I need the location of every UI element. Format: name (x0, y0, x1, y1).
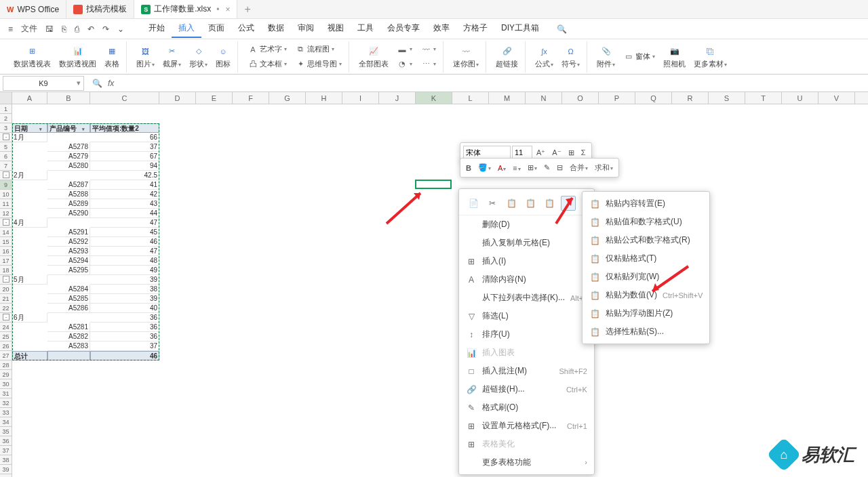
paste-submenu-item[interactable]: 📋粘贴为数值(V)Ctrl+Shift+V (583, 286, 709, 304)
row-header[interactable]: 21 (0, 294, 12, 304)
context-menu-item[interactable]: ⊞插入(I)› (459, 252, 594, 270)
shapes-button[interactable]: ◇形状▾ (186, 43, 210, 70)
paste-more-icon[interactable]: › (561, 196, 576, 211)
column-header[interactable]: D (159, 92, 196, 104)
pivot-table-button[interactable]: ⊞数据透视表 (11, 43, 54, 70)
undo-icon[interactable]: ↶ (85, 23, 97, 35)
cancel-icon[interactable]: 🔍 (92, 79, 102, 88)
column-header[interactable]: F (233, 92, 269, 104)
ribbon-tab-视图[interactable]: 视图 (321, 20, 351, 38)
context-menu-item[interactable]: 删除(D)› (459, 215, 594, 234)
row-header[interactable]: 30 (0, 379, 12, 389)
spreadsheet-grid[interactable]: ABCDEFGHIJKLMNOPQRSTUV 12345678910111213… (0, 92, 868, 477)
context-menu-item[interactable]: 🔗超链接(H)...Ctrl+K (459, 380, 594, 398)
sparkline-button[interactable]: 〰迷你图▾ (450, 43, 481, 70)
screenshot-button[interactable]: ✂截屏▾ (160, 43, 184, 70)
table-button[interactable]: ▦表格 (102, 43, 122, 70)
context-menu-item[interactable]: A清除内容(N)› (459, 270, 594, 289)
chart-type-4[interactable]: ⋯▾ (418, 58, 439, 71)
menu-icon[interactable]: ≡ (5, 23, 16, 35)
column-header[interactable]: E (196, 92, 233, 104)
borders-icon[interactable]: ⊞ (566, 147, 577, 159)
collapse-icon[interactable]: - (3, 171, 9, 178)
paste-submenu-item[interactable]: 📋仅粘贴列宽(W) (583, 268, 709, 286)
row-header[interactable]: 7 (0, 161, 12, 171)
row-header[interactable]: 27 (0, 351, 12, 360)
context-menu-item[interactable]: 从下拉列表中选择(K)...Alt+↓ (459, 289, 594, 307)
row-header[interactable]: 38 (0, 455, 12, 465)
bold-button[interactable]: B (463, 163, 474, 173)
row-header[interactable]: 35 (0, 427, 12, 436)
icons-button[interactable]: ☺图标 (213, 43, 233, 70)
row-header[interactable]: 22 (0, 304, 12, 313)
paste-submenu-item[interactable]: 📋粘贴值和数字格式(U) (583, 213, 709, 231)
context-menu-item[interactable]: ▽筛选(L)› (459, 307, 594, 325)
paste-values-icon[interactable]: 📋 (523, 196, 538, 211)
row-header[interactable]: 18 (0, 266, 12, 275)
format-painter-icon[interactable]: ✎ (541, 162, 553, 173)
font-color-button[interactable]: A▾ (495, 163, 509, 173)
paste-submenu-item[interactable]: 📋粘贴内容转置(E) (583, 194, 709, 213)
picture-button[interactable]: 🖼图片▾ (134, 43, 157, 70)
row-header[interactable]: 33 (0, 408, 12, 417)
textbox-button[interactable]: 凸文本框▾ (245, 58, 290, 71)
row-header[interactable]: 9 (0, 180, 12, 190)
row-header[interactable]: 25 (0, 332, 12, 341)
collapse-icon[interactable]: - (3, 219, 9, 226)
column-header[interactable]: V (818, 92, 855, 104)
row-header[interactable]: 26 (0, 341, 12, 351)
chart-type-1[interactable]: ▬▾ (394, 43, 415, 56)
row-header[interactable]: 14 (0, 228, 12, 237)
column-header[interactable]: T (745, 92, 782, 104)
column-header[interactable]: J (379, 92, 416, 104)
sum-button[interactable]: 求和▾ (592, 161, 616, 174)
row-header[interactable]: 20 (0, 285, 12, 294)
column-header[interactable]: G (269, 92, 306, 104)
align-button[interactable]: ≡▾ (510, 163, 523, 173)
context-menu-item[interactable]: 插入复制单元格(E)› (459, 234, 594, 252)
collapse-icon[interactable]: - (3, 314, 9, 320)
column-header[interactable]: I (342, 92, 379, 104)
column-header[interactable]: P (599, 92, 635, 104)
cut-icon[interactable]: ✂ (485, 196, 500, 211)
ribbon-tab-页面[interactable]: 页面 (201, 20, 231, 38)
column-header[interactable]: A (12, 92, 47, 104)
pivot-chart-button[interactable]: 📊数据透视图 (56, 43, 99, 70)
formula-button[interactable]: ∫x公式▾ (532, 43, 556, 70)
column-header[interactable]: M (489, 92, 526, 104)
ribbon-tab-工具[interactable]: 工具 (351, 20, 380, 38)
row-header[interactable]: 16 (0, 247, 12, 256)
font-size-input[interactable] (512, 146, 532, 159)
context-menu-item[interactable]: 更多表格功能› (459, 453, 594, 472)
row-header[interactable]: 34 (0, 417, 12, 427)
column-header[interactable]: K (416, 92, 452, 104)
all-charts-button[interactable]: 📈全部图表 (356, 43, 391, 70)
paste-submenu-item[interactable]: 📋选择性粘贴(S)... (583, 323, 709, 341)
column-header[interactable]: L (452, 92, 489, 104)
save-icon[interactable]: 🖫 (43, 23, 56, 35)
column-header[interactable]: Q (635, 92, 672, 104)
column-header[interactable]: S (709, 92, 745, 104)
paste-format-icon[interactable]: 📋 (542, 196, 557, 211)
row-header[interactable]: 1 (0, 104, 12, 114)
ribbon-tab-方格子[interactable]: 方格子 (456, 20, 494, 38)
app-tab-wps[interactable]: W WPS Office (0, 0, 66, 18)
row-header[interactable]: 10 (0, 190, 12, 199)
row-header[interactable]: 28 (0, 360, 12, 370)
row-header[interactable]: 6 (0, 152, 12, 161)
row-header[interactable]: 24 (0, 323, 12, 332)
column-header[interactable]: B (47, 92, 90, 104)
chart-type-2[interactable]: ◔▾ (394, 58, 415, 71)
ribbon-tab-DIY工具箱[interactable]: DIY工具箱 (494, 20, 546, 38)
ribbon-tab-会员专享[interactable]: 会员专享 (380, 20, 427, 38)
tab-workbook[interactable]: S 工作簿数量.xlsx • × (134, 0, 237, 18)
collapse-icon[interactable]: - (3, 276, 9, 283)
fx-label[interactable]: fx (108, 79, 114, 88)
row-header[interactable]: 40 (0, 474, 12, 477)
ribbon-tab-审阅[interactable]: 审阅 (291, 20, 321, 38)
search-icon[interactable]: 🔍 (554, 23, 570, 35)
form-button[interactable]: ▭窗体▾ (620, 50, 658, 64)
context-menu-item[interactable]: ↕排序(U)› (459, 325, 594, 344)
clear-icon[interactable]: ⊟ (554, 162, 566, 173)
decrease-font-icon[interactable]: A⁻ (549, 147, 564, 159)
